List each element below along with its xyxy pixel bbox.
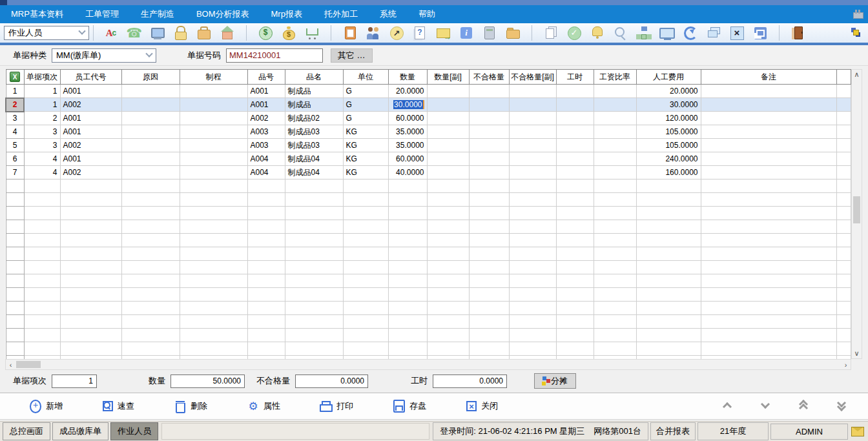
home-icon[interactable] <box>219 25 236 41</box>
grid-cell[interactable] <box>701 139 836 152</box>
grid-cell[interactable] <box>509 302 556 315</box>
copy-icon[interactable] <box>542 25 559 41</box>
grid-cell[interactable] <box>24 234 60 247</box>
refresh-icon[interactable] <box>682 25 699 41</box>
grid-cell[interactable] <box>285 315 343 329</box>
grid-cell[interactable] <box>388 179 427 193</box>
grid-cell[interactable] <box>701 234 836 247</box>
grid-cell[interactable] <box>24 193 60 207</box>
grid-cell[interactable] <box>285 302 343 315</box>
grid-cell[interactable] <box>556 179 594 193</box>
grid-cell[interactable] <box>509 139 556 152</box>
grid-cell[interactable]: G <box>343 85 388 98</box>
grid-cell[interactable] <box>556 234 594 247</box>
grid-cell[interactable]: 1 <box>24 98 60 112</box>
grid-cell[interactable] <box>556 193 594 207</box>
grid-cell[interactable] <box>556 329 594 342</box>
grid-cell[interactable] <box>60 329 121 342</box>
check-icon[interactable] <box>566 25 583 41</box>
allocate-button[interactable]: 分摊 <box>534 373 576 389</box>
grid-cell[interactable] <box>469 98 509 112</box>
grid-cell[interactable] <box>701 152 836 166</box>
grid-cell[interactable] <box>469 139 509 152</box>
grid-cell[interactable] <box>427 112 469 125</box>
grid-cell[interactable] <box>556 125 594 139</box>
grid-cell[interactable] <box>556 112 594 125</box>
grid-cell[interactable] <box>121 166 180 179</box>
grid-cell[interactable]: KG <box>343 125 388 139</box>
grid-cell[interactable] <box>24 179 60 193</box>
grid-cell[interactable]: 105.0000 <box>636 125 701 139</box>
add-button[interactable]: 新增 <box>30 400 63 412</box>
grid-cell[interactable] <box>427 193 469 207</box>
grid-cell[interactable] <box>509 261 556 274</box>
grid-cell[interactable] <box>636 302 701 315</box>
calculator-icon[interactable] <box>481 25 498 41</box>
table-row[interactable]: 74A002A004制成品04KG40.0000160.0000 <box>6 166 851 179</box>
grid-cell[interactable] <box>636 179 701 193</box>
grid-cell[interactable] <box>343 302 388 315</box>
grid-cell[interactable]: 制成品 <box>285 98 343 112</box>
grid-cell[interactable] <box>594 152 636 166</box>
grid-cell[interactable] <box>180 166 247 179</box>
grid-cell[interactable] <box>427 166 469 179</box>
empty-row[interactable] <box>6 220 851 234</box>
select-all-corner[interactable]: X <box>6 70 24 85</box>
grid-cell[interactable] <box>24 315 60 329</box>
grid-cell[interactable] <box>121 302 180 315</box>
grid-cell[interactable] <box>636 220 701 234</box>
grid-cell[interactable]: G <box>343 98 388 112</box>
grid-cell[interactable]: A004 <box>247 166 285 179</box>
grid-cell[interactable] <box>836 247 851 261</box>
grid-cell[interactable] <box>121 112 180 125</box>
grid-cell[interactable] <box>60 315 121 329</box>
grid-cell[interactable] <box>388 234 427 247</box>
grid-cell[interactable]: 1 <box>24 85 60 98</box>
grid-cell[interactable] <box>121 288 180 302</box>
grid-cell[interactable] <box>836 342 851 356</box>
doc-no-input[interactable] <box>226 48 323 63</box>
search-icon[interactable] <box>612 25 629 41</box>
row-number[interactable]: 7 <box>6 166 24 179</box>
grid-cell[interactable] <box>469 166 509 179</box>
menu-item[interactable]: 生产制造 <box>130 8 185 20</box>
grid-cell[interactable]: 20.0000 <box>388 85 427 98</box>
grid-cell[interactable] <box>24 329 60 342</box>
grid-cell[interactable] <box>509 247 556 261</box>
nav-down-icon[interactable] <box>761 402 771 411</box>
grid-cell[interactable] <box>594 288 636 302</box>
grid-cell[interactable] <box>24 342 60 356</box>
grid-cell[interactable] <box>247 315 285 329</box>
vertical-scroll-thumb[interactable] <box>853 196 860 223</box>
delete-button[interactable]: 删除 <box>174 400 207 412</box>
grid-cell[interactable] <box>594 274 636 288</box>
row-number[interactable] <box>6 302 24 315</box>
grid-cell[interactable]: 30.0000 <box>636 98 701 112</box>
grid-cell[interactable] <box>594 98 636 112</box>
grid-cell[interactable] <box>180 85 247 98</box>
grid-cell[interactable] <box>556 274 594 288</box>
status-tab[interactable]: 成品缴库单 <box>52 422 108 440</box>
close-window-icon[interactable] <box>728 25 745 41</box>
grid-cell[interactable]: A004 <box>247 152 285 166</box>
grid-cell[interactable] <box>594 302 636 315</box>
grid-cell[interactable] <box>247 274 285 288</box>
grid-cell[interactable]: 4 <box>24 166 60 179</box>
menu-item[interactable]: 托外加工 <box>313 8 369 20</box>
people-icon[interactable] <box>365 25 382 41</box>
grid-cell[interactable] <box>247 329 285 342</box>
grid-cell[interactable] <box>469 261 509 274</box>
grid-cell[interactable]: 20.0000 <box>636 85 701 98</box>
grid-cell[interactable] <box>388 193 427 207</box>
empty-row[interactable] <box>6 247 851 261</box>
grid-cell[interactable] <box>247 234 285 247</box>
grid-cell[interactable] <box>509 98 556 112</box>
scroll-down-icon[interactable]: ∨ <box>852 349 862 358</box>
column-header[interactable]: 人工费用 <box>636 70 701 85</box>
grid-cell[interactable]: 40.0000 <box>388 166 427 179</box>
grid-cell[interactable] <box>388 288 427 302</box>
grid-cell[interactable] <box>556 220 594 234</box>
table-row[interactable]: 21A002A001制成品G30.000030.0000 <box>6 98 851 112</box>
grid-cell[interactable] <box>701 342 836 356</box>
row-number[interactable] <box>6 220 24 234</box>
